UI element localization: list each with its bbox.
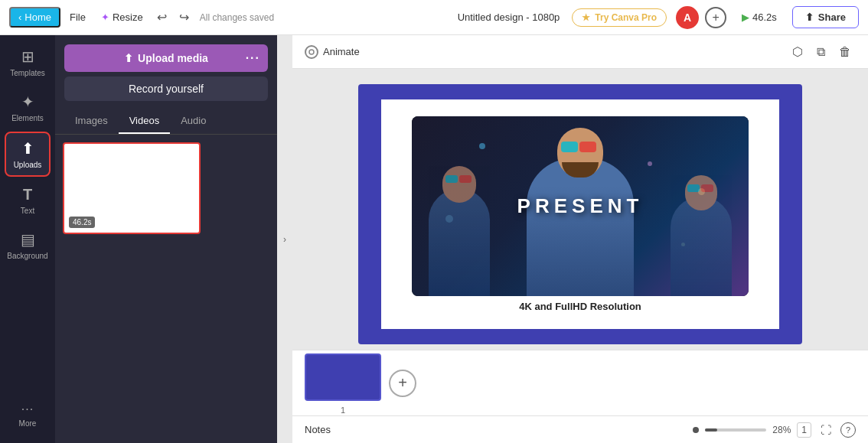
sidebar-item-templates[interactable]: ⊞ Templates [5, 41, 51, 83]
upload-panel: ⬆ Upload media ··· Record yourself Image… [55, 35, 277, 443]
design-title: Untitled design - 1080p [458, 11, 560, 23]
zoom-slider-fill [705, 428, 717, 432]
filmstrip: 1 + [292, 350, 868, 415]
delete-button[interactable]: 🗑 [834, 41, 856, 62]
media-tabs: Images Videos Audio [55, 109, 277, 135]
star-icon: ★ [582, 12, 590, 23]
topbar: ‹ Home File ✦ Resize ↩ ↪ All changes sav… [0, 0, 868, 35]
notes-dot [693, 427, 699, 433]
notes-bar: Notes 28% 1 ⛶ ? [292, 415, 868, 443]
animate-label: Animate [323, 46, 360, 57]
undo-button[interactable]: ↩ [152, 7, 171, 28]
left-nav: ⊞ Templates ✦ Elements ⬆ Uploads T Text … [0, 35, 55, 443]
page-indicator: 1 [797, 422, 811, 438]
sidebar-item-elements[interactable]: ✦ Elements [5, 86, 51, 129]
toolbar-right-actions: ⬡ ⧉ 🗑 [788, 41, 856, 62]
help-button[interactable]: ? [840, 422, 856, 438]
sidebar-item-more[interactable]: ··· More [5, 396, 51, 434]
zoom-percent: 28% [772, 425, 791, 435]
elements-icon: ✦ [21, 93, 34, 111]
upload-media-button[interactable]: ⬆ Upload media ··· [64, 44, 268, 72]
glasses [561, 142, 599, 152]
glass-r-left [687, 184, 700, 192]
resize-icon: ✦ [101, 11, 109, 23]
slide-number-1: 1 [341, 406, 345, 415]
side-head-right [685, 175, 717, 210]
share-button[interactable]: ⬆ Share [792, 6, 859, 28]
nav-label-elements: Elements [11, 114, 44, 122]
templates-icon: ⊞ [21, 47, 34, 66]
canvas-slide: PRESENT 4K and FullHD Resolution [358, 84, 802, 344]
nav-label-text: Text [21, 207, 34, 215]
file-button[interactable]: File [64, 8, 92, 26]
nav-label-background: Background [7, 252, 47, 260]
panel-toggle[interactable]: › [277, 35, 292, 443]
slide-background: PRESENT [412, 116, 749, 296]
slide-image: PRESENT [412, 116, 749, 296]
background-icon: ▤ [21, 230, 35, 249]
redo-button[interactable]: ↪ [175, 7, 194, 28]
home-button[interactable]: ‹ Home [9, 7, 60, 28]
side-head-left [442, 166, 476, 203]
glass-left-small [445, 175, 458, 183]
slide-overlay-text: PRESENT [517, 194, 644, 218]
main-area: ⊞ Templates ✦ Elements ⬆ Uploads T Text … [0, 35, 868, 443]
fullscreen-button[interactable]: ⛶ [817, 422, 834, 438]
share-label: Share [818, 11, 846, 23]
canvas-scroll-wrapper[interactable]: PRESENT 4K and FullHD Resolution [292, 69, 868, 350]
canvas-toolbar: Animate ⬡ ⧉ 🗑 [292, 35, 868, 69]
filmstrip-thumb-1[interactable] [305, 353, 381, 401]
canvapro-label: Try Canva Pro [595, 12, 657, 23]
glass-right-small [459, 175, 472, 183]
side-glasses-right [687, 184, 715, 192]
sidebar-item-uploads[interactable]: ⬆ Uploads [5, 132, 51, 177]
particle [479, 143, 485, 149]
zoom-slider[interactable] [705, 428, 766, 432]
tab-images[interactable]: Images [64, 109, 119, 134]
sidebar-item-text[interactable]: T Text [5, 180, 51, 221]
side-person-left [429, 189, 490, 296]
more-options-icon[interactable]: ··· [246, 51, 260, 65]
saved-status: All changes saved [200, 12, 274, 23]
svg-point-0 [309, 50, 314, 54]
sidebar-item-background[interactable]: ▤ Background [5, 224, 51, 266]
more-icon: ··· [21, 402, 34, 416]
video-thumbnail[interactable]: 46.2s [63, 142, 201, 234]
glass-right [579, 142, 596, 152]
animate-icon [305, 45, 318, 59]
external-link-button[interactable]: ⬡ [788, 41, 808, 62]
resize-button[interactable]: ✦ Resize [95, 8, 149, 26]
slide-inner: PRESENT 4K and FullHD Resolution [381, 99, 779, 329]
uploads-icon: ⬆ [21, 139, 34, 158]
side-glasses-left [445, 175, 473, 183]
canvas-area: Animate ⬡ ⧉ 🗑 [292, 35, 868, 443]
copy-button[interactable]: ⧉ [812, 41, 830, 62]
timer-value: 46.2s [752, 11, 777, 23]
add-account-button[interactable]: + [705, 7, 726, 28]
glass-left [561, 142, 578, 152]
play-icon: ▶ [742, 11, 749, 23]
nav-label-templates: Templates [10, 69, 45, 77]
person-silhouette [527, 158, 634, 296]
video-thumb-badge: 46.2s [69, 217, 95, 228]
home-label: Home [24, 11, 51, 23]
slide-caption: 4K and FullHD Resolution [519, 301, 641, 312]
person-head [557, 128, 603, 178]
particle [648, 161, 652, 166]
avatar[interactable]: A [676, 6, 699, 29]
animate-button[interactable]: Animate [305, 45, 360, 59]
side-person-right [671, 197, 732, 296]
text-icon: T [23, 186, 32, 204]
record-yourself-button[interactable]: Record yourself [64, 77, 268, 101]
nav-label-more: More [19, 419, 37, 428]
upload-icon: ⬆ [124, 52, 133, 64]
glass-r-right [701, 184, 713, 192]
tab-videos[interactable]: Videos [119, 109, 171, 134]
share-icon: ⬆ [805, 11, 814, 23]
try-canva-pro-button[interactable]: ★ Try Canva Pro [572, 8, 667, 27]
add-slide-button[interactable]: + [389, 370, 416, 397]
timer-button[interactable]: ▶ 46.2s [736, 8, 783, 26]
tab-audio[interactable]: Audio [170, 109, 217, 134]
person-beard [562, 162, 599, 178]
notes-label: Notes [305, 424, 331, 435]
